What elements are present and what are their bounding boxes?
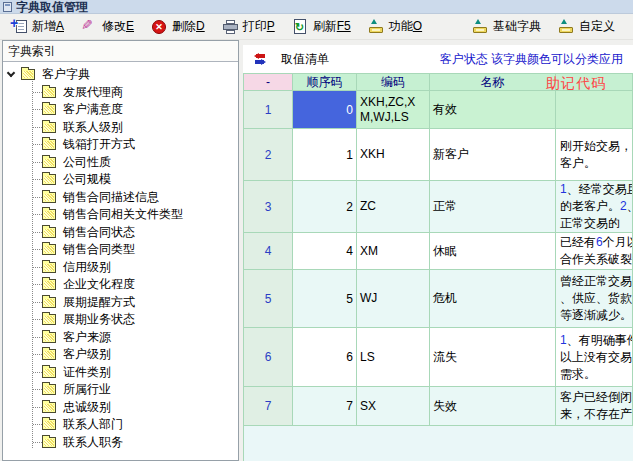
button-label: 修改E bbox=[102, 18, 134, 35]
tree-item[interactable]: 销售合同相关文件类型 bbox=[3, 206, 238, 224]
tree-item-label: 联系人职务 bbox=[63, 434, 123, 451]
tree-item[interactable]: 销售合同类型 bbox=[3, 241, 238, 259]
column-header-rowmark: - bbox=[244, 74, 293, 91]
folder-icon bbox=[42, 297, 56, 308]
tree-item-root[interactable]: 客户字典 bbox=[3, 66, 238, 84]
tree-item[interactable]: 忠诚级别 bbox=[3, 399, 238, 417]
value-list-panel: 取值清单 客户状态 该字典颜色可以分类应用 -顺序码编码名称助记代码 10XKH… bbox=[243, 45, 633, 461]
tree-item-label: 销售合同状态 bbox=[63, 224, 135, 241]
code-cell[interactable]: SX bbox=[357, 387, 430, 426]
code-cell[interactable]: XKH,ZC,XM,WJ,LS bbox=[357, 91, 430, 129]
seq-code-cell[interactable]: 7 bbox=[293, 387, 357, 426]
seq-code-cell[interactable]: 6 bbox=[293, 328, 357, 387]
column-header-label: 编码 bbox=[381, 74, 405, 91]
refresh-button[interactable]: ↻刷新F5 bbox=[287, 16, 356, 37]
row-number-cell[interactable]: 1 bbox=[244, 91, 293, 129]
tree-item[interactable]: 所属行业 bbox=[3, 381, 238, 399]
dictionary-status-note: 客户状态 该字典颜色可以分类应用 bbox=[440, 51, 623, 68]
tree-item[interactable]: 联系人级别 bbox=[3, 119, 238, 137]
name-cell[interactable]: 新客户 bbox=[430, 129, 556, 181]
tree-item[interactable]: 展期提醒方式 bbox=[3, 294, 238, 312]
modify-button[interactable]: ✎修改E bbox=[76, 16, 139, 37]
refresh-icon: ↻ bbox=[292, 19, 309, 35]
seq-code-cell[interactable]: 1 bbox=[293, 129, 357, 181]
function-button[interactable]: 功能O bbox=[363, 16, 427, 37]
tree-item[interactable]: 展期业务状态 bbox=[3, 311, 238, 329]
name-cell[interactable]: 正常 bbox=[430, 181, 556, 233]
seq-code-cell[interactable]: 0 bbox=[293, 91, 357, 129]
tree-item-label: 客户满意度 bbox=[63, 101, 123, 118]
row-number-cell[interactable]: 5 bbox=[244, 270, 293, 328]
name-cell[interactable]: 失效 bbox=[430, 387, 556, 426]
row-number-cell[interactable]: 6 bbox=[244, 328, 293, 387]
seq-code-cell[interactable]: 2 bbox=[293, 181, 357, 233]
tree-item[interactable]: 销售合同状态 bbox=[3, 224, 238, 242]
code-cell[interactable]: ZC bbox=[357, 181, 430, 233]
tree-item[interactable]: 公司性质 bbox=[3, 154, 238, 172]
tree-item[interactable]: 联系人部门 bbox=[3, 416, 238, 434]
code-cell[interactable]: XKH bbox=[357, 129, 430, 181]
tree-item[interactable]: 联系人职务 bbox=[3, 434, 238, 452]
name-cell[interactable]: 流失 bbox=[430, 328, 556, 387]
column-header-code: 编码 bbox=[357, 74, 430, 91]
mnemonic-cell[interactable]: 1、有明确事件以上没有交易需求。 bbox=[556, 328, 633, 387]
mnemonic-cell[interactable] bbox=[556, 91, 633, 129]
folder-icon bbox=[42, 104, 56, 115]
tree-branch-line bbox=[33, 144, 42, 145]
button-label: 刷新F5 bbox=[313, 18, 351, 35]
code-cell[interactable]: WJ bbox=[357, 270, 430, 328]
mnemonic-cell[interactable]: 客户已经倒闭或来，不存在产品 bbox=[556, 387, 633, 426]
folder-icon bbox=[42, 367, 56, 378]
name-cell[interactable]: 休眠 bbox=[430, 233, 556, 270]
column-header-mnemonic: 助记代码 bbox=[556, 74, 633, 91]
tree-item[interactable]: 客户满意度 bbox=[3, 101, 238, 119]
row-number-cell[interactable]: 7 bbox=[244, 387, 293, 426]
tree-item-label: 钱箱打开方式 bbox=[63, 136, 135, 153]
row-number-cell[interactable]: 3 bbox=[244, 181, 293, 233]
row-number-cell[interactable]: 2 bbox=[244, 129, 293, 181]
base-dict-button[interactable]: 基础字典 bbox=[467, 16, 546, 37]
table-row: 21XKH新客户刚开始交易，对客户。 bbox=[244, 129, 633, 181]
tree-item[interactable]: 企业文化程度 bbox=[3, 276, 238, 294]
seq-code-cell[interactable]: 4 bbox=[293, 233, 357, 270]
tree-branch-line bbox=[33, 372, 42, 373]
button-label: 功能O bbox=[389, 18, 422, 35]
tree-item[interactable]: 客户级别 bbox=[3, 346, 238, 364]
name-cell[interactable]: 危机 bbox=[430, 270, 556, 328]
tree-item[interactable]: 销售合同描述信息 bbox=[3, 189, 238, 207]
tree-item-label: 公司性质 bbox=[63, 154, 111, 171]
tree-item[interactable]: 信用级别 bbox=[3, 259, 238, 277]
tree-item[interactable]: 客户来源 bbox=[3, 329, 238, 347]
tree-item-label: 忠诚级别 bbox=[63, 399, 111, 416]
row-number-cell[interactable]: 4 bbox=[244, 233, 293, 270]
folder-icon bbox=[42, 227, 56, 238]
column-header-label: - bbox=[266, 75, 270, 89]
button-label: 删除D bbox=[172, 18, 205, 35]
tree-item[interactable]: 钱箱打开方式 bbox=[3, 136, 238, 154]
expand-chevron-icon[interactable] bbox=[7, 69, 15, 77]
tree-item[interactable]: 发展代理商 bbox=[3, 84, 238, 102]
custom-button[interactable]: 自定义 bbox=[553, 16, 620, 37]
mnemonic-cell[interactable]: 曾经正常交易、供应、货款等等逐渐减少。 bbox=[556, 270, 633, 328]
mnemonic-cell[interactable]: 刚开始交易，对客户。 bbox=[556, 129, 633, 181]
mnemonic-cell[interactable]: 1、经常交易且的老客户。2、正常交易的 bbox=[556, 181, 633, 233]
add-button[interactable]: +新增A bbox=[6, 16, 69, 37]
tree-item-label: 联系人级别 bbox=[63, 119, 123, 136]
tree-item-label: 证件类别 bbox=[63, 364, 111, 381]
folder-icon bbox=[42, 279, 56, 290]
mnemonic-cell[interactable]: 已经有6个月以合作关系破裂 bbox=[556, 233, 633, 270]
tray-icon bbox=[558, 19, 575, 35]
tree-branch-line bbox=[33, 214, 42, 215]
seq-code-cell[interactable]: 5 bbox=[293, 270, 357, 328]
code-cell[interactable]: XM bbox=[357, 233, 430, 270]
tree-item-label: 展期提醒方式 bbox=[63, 294, 135, 311]
code-cell[interactable]: LS bbox=[357, 328, 430, 387]
tree-item[interactable]: 证件类别 bbox=[3, 364, 238, 382]
tree-item[interactable]: 公司规模 bbox=[3, 171, 238, 189]
name-cell[interactable]: 有效 bbox=[430, 91, 556, 129]
folder-icon bbox=[42, 174, 56, 185]
button-label: 自定义 bbox=[579, 18, 615, 35]
print-button[interactable]: 打印P bbox=[217, 16, 280, 37]
folder-icon bbox=[42, 122, 56, 133]
delete-button[interactable]: ✕删除D bbox=[146, 16, 210, 37]
